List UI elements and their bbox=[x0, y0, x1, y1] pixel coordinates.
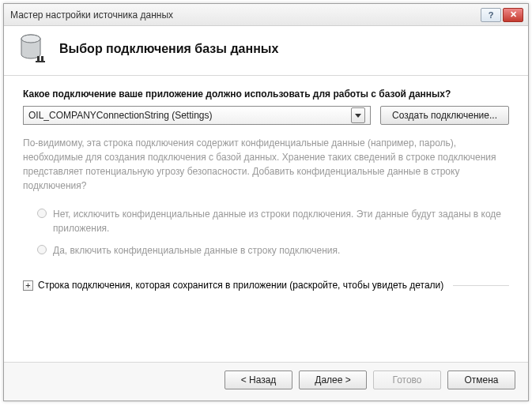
radio-no: Нет, исключить конфиденциальные данные и… bbox=[37, 207, 509, 235]
expander-line bbox=[453, 285, 509, 286]
radio-yes-dot bbox=[37, 245, 47, 254]
footer: < Назад Далее > Готово Отмена bbox=[4, 362, 528, 401]
expander-toggle[interactable]: + bbox=[23, 280, 33, 291]
plus-icon: + bbox=[25, 281, 30, 290]
wizard-window: Мастер настройки источника данных ? ✕ Вы… bbox=[3, 3, 529, 401]
connection-dropdown[interactable]: OIL_COMPANYConnectionString (Settings) bbox=[23, 106, 371, 125]
info-paragraph: По-видимому, эта строка подключения соде… bbox=[23, 136, 509, 193]
close-button[interactable]: ✕ bbox=[503, 8, 523, 22]
connection-row: OIL_COMPANYConnectionString (Settings) С… bbox=[23, 106, 509, 125]
help-button[interactable]: ? bbox=[481, 8, 501, 22]
expander-row: + Строка подключения, которая сохранится… bbox=[23, 280, 509, 291]
radio-no-dot bbox=[37, 209, 47, 218]
radio-yes: Да, включить конфиденциальные данные в с… bbox=[37, 243, 509, 258]
chevron-down-icon bbox=[355, 114, 361, 118]
page-title: Выбор подключения базы данных bbox=[59, 42, 278, 56]
database-icon bbox=[20, 34, 47, 64]
close-icon: ✕ bbox=[510, 9, 517, 20]
finish-button: Готово bbox=[373, 371, 441, 389]
new-connection-button[interactable]: Создать подключение... bbox=[380, 106, 509, 125]
expander-label: Строка подключения, которая сохранится в… bbox=[38, 280, 443, 291]
radio-no-label: Нет, исключить конфиденциальные данные и… bbox=[53, 207, 509, 235]
content: Какое подключение ваше приложение должно… bbox=[4, 76, 528, 362]
header: Выбор подключения базы данных bbox=[4, 26, 528, 75]
next-button[interactable]: Далее > bbox=[299, 371, 367, 389]
svg-point-1 bbox=[21, 35, 40, 43]
dropdown-toggle[interactable] bbox=[351, 107, 365, 123]
connection-dropdown-value: OIL_COMPANYConnectionString (Settings) bbox=[28, 110, 351, 121]
back-button[interactable]: < Назад bbox=[224, 371, 292, 389]
svg-rect-3 bbox=[41, 56, 43, 61]
cancel-button[interactable]: Отмена bbox=[447, 371, 515, 389]
question-label: Какое подключение ваше приложение должно… bbox=[23, 88, 509, 100]
window-title: Мастер настройки источника данных bbox=[10, 9, 479, 21]
svg-rect-2 bbox=[37, 56, 40, 61]
titlebar: Мастер настройки источника данных ? ✕ bbox=[4, 4, 528, 26]
radio-yes-label: Да, включить конфиденциальные данные в с… bbox=[53, 243, 340, 258]
radio-group: Нет, исключить конфиденциальные данные и… bbox=[23, 207, 509, 258]
